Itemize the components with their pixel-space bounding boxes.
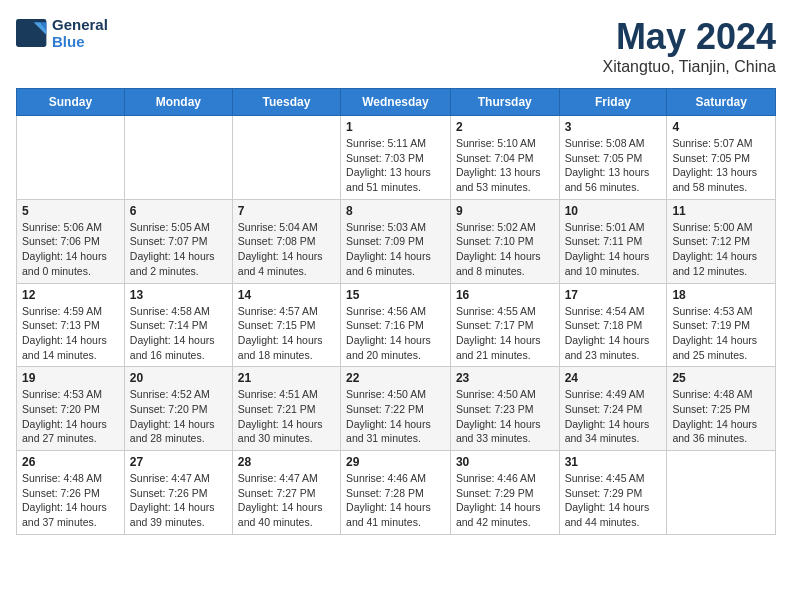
day-content: Sunrise: 4:46 AMSunset: 7:29 PMDaylight:…	[456, 471, 554, 530]
day-content: Sunrise: 4:53 AMSunset: 7:20 PMDaylight:…	[22, 387, 119, 446]
day-number: 27	[130, 455, 227, 469]
weekday-header-tuesday: Tuesday	[232, 89, 340, 116]
day-cell: 6Sunrise: 5:05 AMSunset: 7:07 PMDaylight…	[124, 199, 232, 283]
logo-text-line1: General	[52, 16, 108, 33]
calendar-body: 1Sunrise: 5:11 AMSunset: 7:03 PMDaylight…	[17, 116, 776, 535]
day-content: Sunrise: 4:59 AMSunset: 7:13 PMDaylight:…	[22, 304, 119, 363]
day-content: Sunrise: 5:11 AMSunset: 7:03 PMDaylight:…	[346, 136, 445, 195]
day-number: 8	[346, 204, 445, 218]
day-cell: 14Sunrise: 4:57 AMSunset: 7:15 PMDayligh…	[232, 283, 340, 367]
day-cell: 25Sunrise: 4:48 AMSunset: 7:25 PMDayligh…	[667, 367, 776, 451]
day-number: 2	[456, 120, 554, 134]
day-cell: 2Sunrise: 5:10 AMSunset: 7:04 PMDaylight…	[450, 116, 559, 200]
day-cell: 13Sunrise: 4:58 AMSunset: 7:14 PMDayligh…	[124, 283, 232, 367]
week-row-2: 5Sunrise: 5:06 AMSunset: 7:06 PMDaylight…	[17, 199, 776, 283]
day-content: Sunrise: 4:55 AMSunset: 7:17 PMDaylight:…	[456, 304, 554, 363]
day-content: Sunrise: 4:53 AMSunset: 7:19 PMDaylight:…	[672, 304, 770, 363]
day-number: 22	[346, 371, 445, 385]
day-cell: 20Sunrise: 4:52 AMSunset: 7:20 PMDayligh…	[124, 367, 232, 451]
weekday-header-thursday: Thursday	[450, 89, 559, 116]
day-number: 29	[346, 455, 445, 469]
page-header: General Blue May 2024 Xitangtuo, Tianjin…	[16, 16, 776, 76]
logo-icon	[16, 19, 48, 47]
day-cell: 10Sunrise: 5:01 AMSunset: 7:11 PMDayligh…	[559, 199, 667, 283]
day-number: 30	[456, 455, 554, 469]
month-title: May 2024	[603, 16, 776, 58]
day-cell	[232, 116, 340, 200]
day-number: 5	[22, 204, 119, 218]
day-number: 16	[456, 288, 554, 302]
day-content: Sunrise: 4:45 AMSunset: 7:29 PMDaylight:…	[565, 471, 662, 530]
day-content: Sunrise: 5:04 AMSunset: 7:08 PMDaylight:…	[238, 220, 335, 279]
day-cell	[17, 116, 125, 200]
day-cell: 12Sunrise: 4:59 AMSunset: 7:13 PMDayligh…	[17, 283, 125, 367]
day-number: 18	[672, 288, 770, 302]
day-content: Sunrise: 4:56 AMSunset: 7:16 PMDaylight:…	[346, 304, 445, 363]
day-number: 25	[672, 371, 770, 385]
day-number: 21	[238, 371, 335, 385]
day-number: 13	[130, 288, 227, 302]
day-content: Sunrise: 4:54 AMSunset: 7:18 PMDaylight:…	[565, 304, 662, 363]
day-cell: 24Sunrise: 4:49 AMSunset: 7:24 PMDayligh…	[559, 367, 667, 451]
day-cell: 3Sunrise: 5:08 AMSunset: 7:05 PMDaylight…	[559, 116, 667, 200]
day-cell: 19Sunrise: 4:53 AMSunset: 7:20 PMDayligh…	[17, 367, 125, 451]
day-content: Sunrise: 5:00 AMSunset: 7:12 PMDaylight:…	[672, 220, 770, 279]
day-number: 4	[672, 120, 770, 134]
day-content: Sunrise: 4:48 AMSunset: 7:25 PMDaylight:…	[672, 387, 770, 446]
day-content: Sunrise: 5:08 AMSunset: 7:05 PMDaylight:…	[565, 136, 662, 195]
day-number: 19	[22, 371, 119, 385]
day-content: Sunrise: 5:02 AMSunset: 7:10 PMDaylight:…	[456, 220, 554, 279]
calendar-header: SundayMondayTuesdayWednesdayThursdayFrid…	[17, 89, 776, 116]
day-content: Sunrise: 5:07 AMSunset: 7:05 PMDaylight:…	[672, 136, 770, 195]
day-cell	[124, 116, 232, 200]
day-cell: 29Sunrise: 4:46 AMSunset: 7:28 PMDayligh…	[341, 451, 451, 535]
week-row-5: 26Sunrise: 4:48 AMSunset: 7:26 PMDayligh…	[17, 451, 776, 535]
weekday-header-saturday: Saturday	[667, 89, 776, 116]
day-content: Sunrise: 4:47 AMSunset: 7:27 PMDaylight:…	[238, 471, 335, 530]
day-content: Sunrise: 5:03 AMSunset: 7:09 PMDaylight:…	[346, 220, 445, 279]
day-content: Sunrise: 4:47 AMSunset: 7:26 PMDaylight:…	[130, 471, 227, 530]
day-number: 31	[565, 455, 662, 469]
day-content: Sunrise: 4:52 AMSunset: 7:20 PMDaylight:…	[130, 387, 227, 446]
day-cell: 18Sunrise: 4:53 AMSunset: 7:19 PMDayligh…	[667, 283, 776, 367]
day-content: Sunrise: 4:51 AMSunset: 7:21 PMDaylight:…	[238, 387, 335, 446]
day-cell: 4Sunrise: 5:07 AMSunset: 7:05 PMDaylight…	[667, 116, 776, 200]
weekday-header-monday: Monday	[124, 89, 232, 116]
day-number: 28	[238, 455, 335, 469]
day-number: 9	[456, 204, 554, 218]
day-cell: 15Sunrise: 4:56 AMSunset: 7:16 PMDayligh…	[341, 283, 451, 367]
day-cell: 11Sunrise: 5:00 AMSunset: 7:12 PMDayligh…	[667, 199, 776, 283]
day-cell: 31Sunrise: 4:45 AMSunset: 7:29 PMDayligh…	[559, 451, 667, 535]
day-content: Sunrise: 5:06 AMSunset: 7:06 PMDaylight:…	[22, 220, 119, 279]
calendar-table: SundayMondayTuesdayWednesdayThursdayFrid…	[16, 88, 776, 535]
day-content: Sunrise: 4:58 AMSunset: 7:14 PMDaylight:…	[130, 304, 227, 363]
day-cell	[667, 451, 776, 535]
location-title: Xitangtuo, Tianjin, China	[603, 58, 776, 76]
week-row-3: 12Sunrise: 4:59 AMSunset: 7:13 PMDayligh…	[17, 283, 776, 367]
day-number: 15	[346, 288, 445, 302]
day-number: 12	[22, 288, 119, 302]
day-cell: 21Sunrise: 4:51 AMSunset: 7:21 PMDayligh…	[232, 367, 340, 451]
weekday-header-sunday: Sunday	[17, 89, 125, 116]
weekday-header-friday: Friday	[559, 89, 667, 116]
logo: General Blue	[16, 16, 108, 50]
day-cell: 28Sunrise: 4:47 AMSunset: 7:27 PMDayligh…	[232, 451, 340, 535]
week-row-4: 19Sunrise: 4:53 AMSunset: 7:20 PMDayligh…	[17, 367, 776, 451]
day-content: Sunrise: 4:49 AMSunset: 7:24 PMDaylight:…	[565, 387, 662, 446]
day-number: 23	[456, 371, 554, 385]
day-cell: 27Sunrise: 4:47 AMSunset: 7:26 PMDayligh…	[124, 451, 232, 535]
day-number: 11	[672, 204, 770, 218]
day-number: 3	[565, 120, 662, 134]
day-cell: 23Sunrise: 4:50 AMSunset: 7:23 PMDayligh…	[450, 367, 559, 451]
day-cell: 9Sunrise: 5:02 AMSunset: 7:10 PMDaylight…	[450, 199, 559, 283]
weekday-header-wednesday: Wednesday	[341, 89, 451, 116]
day-content: Sunrise: 5:05 AMSunset: 7:07 PMDaylight:…	[130, 220, 227, 279]
logo-text-line2: Blue	[52, 33, 108, 50]
day-number: 6	[130, 204, 227, 218]
day-cell: 1Sunrise: 5:11 AMSunset: 7:03 PMDaylight…	[341, 116, 451, 200]
day-number: 20	[130, 371, 227, 385]
day-content: Sunrise: 4:57 AMSunset: 7:15 PMDaylight:…	[238, 304, 335, 363]
title-block: May 2024 Xitangtuo, Tianjin, China	[603, 16, 776, 76]
day-number: 14	[238, 288, 335, 302]
day-number: 10	[565, 204, 662, 218]
